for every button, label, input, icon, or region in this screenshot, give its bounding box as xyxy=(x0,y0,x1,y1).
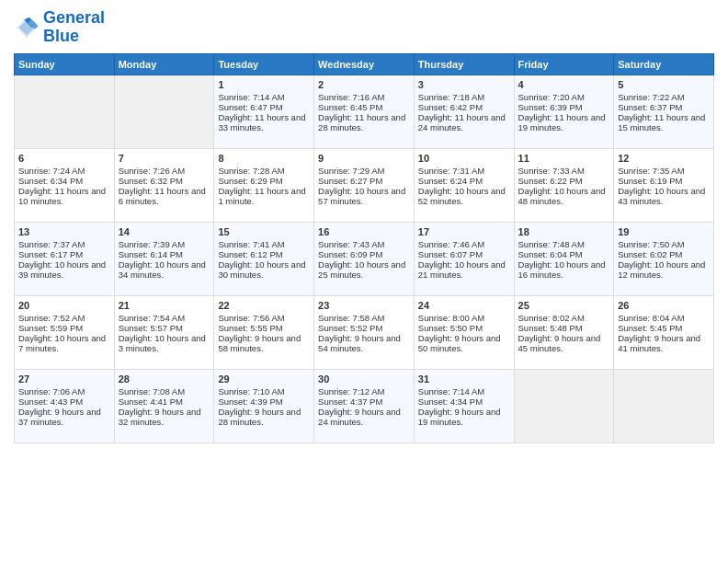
sunrise-text: Sunrise: 7:48 AM xyxy=(518,239,585,249)
day-number: 28 xyxy=(119,373,210,385)
calendar-table: SundayMondayTuesdayWednesdayThursdayFrid… xyxy=(14,53,714,443)
day-header-tuesday: Tuesday xyxy=(214,53,314,75)
calendar-cell: 18Sunrise: 7:48 AMSunset: 6:04 PMDayligh… xyxy=(514,222,614,295)
calendar-cell: 8Sunrise: 7:28 AMSunset: 6:29 PMDaylight… xyxy=(214,148,314,222)
daylight-text: Daylight: 10 hours and 12 minutes. xyxy=(618,259,705,280)
sunset-text: Sunset: 5:45 PM xyxy=(618,323,682,333)
calendar-cell: 10Sunrise: 7:31 AMSunset: 6:24 PMDayligh… xyxy=(414,148,514,222)
day-number: 16 xyxy=(318,226,410,237)
day-number: 10 xyxy=(418,153,510,164)
sunset-text: Sunset: 4:41 PM xyxy=(119,396,183,407)
daylight-text: Daylight: 10 hours and 39 minutes. xyxy=(18,259,106,280)
sunrise-text: Sunrise: 7:52 AM xyxy=(18,313,85,323)
day-number: 20 xyxy=(18,300,110,311)
sunset-text: Sunset: 6:02 PM xyxy=(618,249,682,259)
sunrise-text: Sunrise: 7:35 AM xyxy=(618,166,684,176)
daylight-text: Daylight: 11 hours and 10 minutes. xyxy=(18,186,106,206)
sunset-text: Sunset: 4:43 PM xyxy=(18,396,83,407)
sunset-text: Sunset: 6:32 PM xyxy=(119,176,183,186)
daylight-text: Daylight: 11 hours and 6 minutes. xyxy=(119,186,206,206)
day-number: 25 xyxy=(518,300,610,311)
day-header-thursday: Thursday xyxy=(414,53,514,75)
day-header-sunday: Sunday xyxy=(15,53,115,75)
logo: General Blue xyxy=(14,9,105,46)
calendar-cell: 15Sunrise: 7:41 AMSunset: 6:12 PMDayligh… xyxy=(214,222,314,295)
sunset-text: Sunset: 6:04 PM xyxy=(518,249,583,259)
day-number: 30 xyxy=(318,373,410,385)
sunrise-text: Sunrise: 7:10 AM xyxy=(218,386,284,396)
sunrise-text: Sunrise: 8:02 AM xyxy=(518,313,585,323)
daylight-text: Daylight: 9 hours and 41 minutes. xyxy=(618,333,700,353)
daylight-text: Daylight: 10 hours and 48 minutes. xyxy=(518,186,606,206)
calendar-cell: 7Sunrise: 7:26 AMSunset: 6:32 PMDaylight… xyxy=(114,148,214,222)
daylight-text: Daylight: 9 hours and 45 minutes. xyxy=(518,333,601,353)
sunset-text: Sunset: 5:50 PM xyxy=(418,323,483,333)
calendar-cell: 2Sunrise: 7:16 AMSunset: 6:45 PMDaylight… xyxy=(314,75,415,148)
calendar-cell: 3Sunrise: 7:18 AMSunset: 6:42 PMDaylight… xyxy=(414,75,514,148)
calendar-cell: 16Sunrise: 7:43 AMSunset: 6:09 PMDayligh… xyxy=(314,222,415,295)
sunset-text: Sunset: 5:52 PM xyxy=(318,323,382,333)
day-number: 18 xyxy=(518,226,610,237)
daylight-text: Daylight: 10 hours and 16 minutes. xyxy=(518,259,606,280)
daylight-text: Daylight: 9 hours and 24 minutes. xyxy=(318,407,401,427)
calendar-cell: 21Sunrise: 7:54 AMSunset: 5:57 PMDayligh… xyxy=(114,295,214,369)
day-number: 1 xyxy=(218,79,310,90)
calendar-cell: 25Sunrise: 8:02 AMSunset: 5:48 PMDayligh… xyxy=(514,295,614,369)
sunrise-text: Sunrise: 8:00 AM xyxy=(418,313,484,323)
sunrise-text: Sunrise: 7:18 AM xyxy=(418,92,484,102)
sunset-text: Sunset: 6:09 PM xyxy=(318,249,382,259)
sunset-text: Sunset: 5:57 PM xyxy=(119,323,183,333)
calendar-cell: 1Sunrise: 7:14 AMSunset: 6:47 PMDaylight… xyxy=(214,75,314,148)
calendar-cell: 5Sunrise: 7:22 AMSunset: 6:37 PMDaylight… xyxy=(614,75,714,148)
daylight-text: Daylight: 10 hours and 25 minutes. xyxy=(318,259,405,280)
day-number: 7 xyxy=(119,153,210,164)
calendar-cell: 14Sunrise: 7:39 AMSunset: 6:14 PMDayligh… xyxy=(114,222,214,295)
daylight-text: Daylight: 9 hours and 32 minutes. xyxy=(119,407,201,427)
day-number: 8 xyxy=(218,153,310,164)
logo-icon xyxy=(14,15,40,40)
daylight-text: Daylight: 9 hours and 58 minutes. xyxy=(218,333,301,353)
calendar-cell: 17Sunrise: 7:46 AMSunset: 6:07 PMDayligh… xyxy=(414,222,514,295)
sunset-text: Sunset: 4:37 PM xyxy=(318,396,382,407)
day-number: 24 xyxy=(418,300,510,311)
day-number: 31 xyxy=(418,373,510,385)
calendar-cell: 30Sunrise: 7:12 AMSunset: 4:37 PMDayligh… xyxy=(314,369,415,442)
calendar-cell: 24Sunrise: 8:00 AMSunset: 5:50 PMDayligh… xyxy=(414,295,514,369)
daylight-text: Daylight: 10 hours and 52 minutes. xyxy=(418,186,506,206)
calendar-cell: 22Sunrise: 7:56 AMSunset: 5:55 PMDayligh… xyxy=(214,295,314,369)
sunset-text: Sunset: 4:34 PM xyxy=(418,396,483,407)
calendar-cell: 26Sunrise: 8:04 AMSunset: 5:45 PMDayligh… xyxy=(614,295,714,369)
daylight-text: Daylight: 9 hours and 19 minutes. xyxy=(418,407,501,427)
sunrise-text: Sunrise: 7:29 AM xyxy=(318,166,384,176)
sunrise-text: Sunrise: 7:33 AM xyxy=(518,166,585,176)
sunrise-text: Sunrise: 7:39 AM xyxy=(119,239,185,249)
sunrise-text: Sunrise: 8:04 AM xyxy=(618,313,684,323)
day-number: 5 xyxy=(618,79,710,90)
sunrise-text: Sunrise: 7:31 AM xyxy=(418,166,484,176)
main-container: General Blue SundayMondayTuesdayWednesda… xyxy=(0,0,728,453)
day-number: 3 xyxy=(418,79,510,90)
calendar-cell xyxy=(15,75,115,148)
day-number: 6 xyxy=(18,153,110,164)
day-number: 13 xyxy=(18,226,110,237)
calendar-cell: 13Sunrise: 7:37 AMSunset: 6:17 PMDayligh… xyxy=(15,222,115,295)
sunset-text: Sunset: 6:37 PM xyxy=(618,102,682,112)
calendar-cell: 12Sunrise: 7:35 AMSunset: 6:19 PMDayligh… xyxy=(614,148,714,222)
calendar-cell: 28Sunrise: 7:08 AMSunset: 4:41 PMDayligh… xyxy=(114,369,214,442)
calendar-week-3: 13Sunrise: 7:37 AMSunset: 6:17 PMDayligh… xyxy=(15,222,714,295)
calendar-cell: 20Sunrise: 7:52 AMSunset: 5:59 PMDayligh… xyxy=(15,295,115,369)
sunrise-text: Sunrise: 7:28 AM xyxy=(218,166,284,176)
daylight-text: Daylight: 9 hours and 50 minutes. xyxy=(418,333,501,353)
daylight-text: Daylight: 10 hours and 21 minutes. xyxy=(418,259,506,280)
sunrise-text: Sunrise: 7:43 AM xyxy=(318,239,384,249)
sunrise-text: Sunrise: 7:46 AM xyxy=(418,239,484,249)
daylight-text: Daylight: 10 hours and 30 minutes. xyxy=(218,259,305,280)
sunset-text: Sunset: 5:48 PM xyxy=(518,323,583,333)
calendar-cell: 6Sunrise: 7:24 AMSunset: 6:34 PMDaylight… xyxy=(15,148,115,222)
sunrise-text: Sunrise: 7:14 AM xyxy=(418,386,484,396)
calendar-cell xyxy=(114,75,214,148)
logo-text: General Blue xyxy=(43,9,105,46)
calendar-cell: 27Sunrise: 7:06 AMSunset: 4:43 PMDayligh… xyxy=(15,369,115,442)
sunrise-text: Sunrise: 7:56 AM xyxy=(218,313,284,323)
calendar-cell xyxy=(614,369,714,442)
